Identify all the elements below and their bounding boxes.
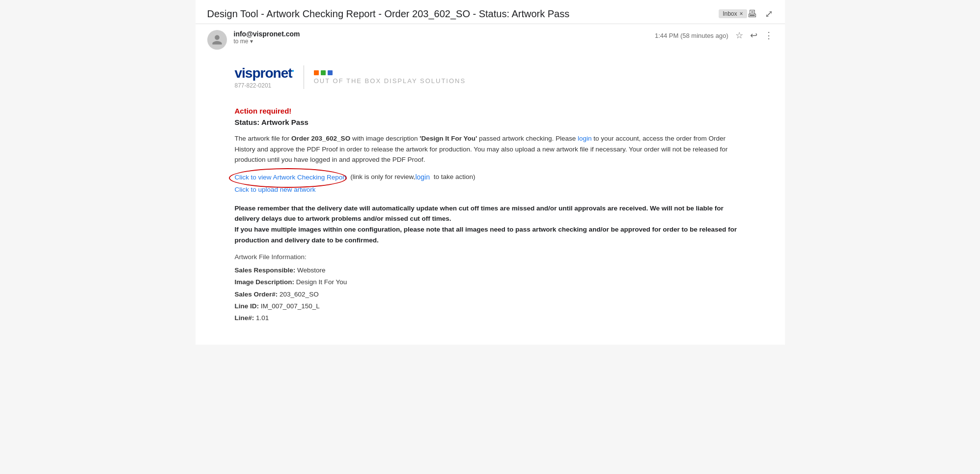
artwork-link-row: Click to view Artwork Checking Report (l… (235, 173, 746, 181)
action-required: Action required! (235, 107, 746, 115)
sender-row: info@vispronet.com to me ▾ 1:44 PM (58 m… (196, 24, 785, 56)
brand-header: vispronet• 877-822-0201 OUT OF THE BOX D… (235, 65, 746, 95)
header-icons: 🖶 ⤢ (747, 8, 773, 20)
email-header: Design Tool - Artwork Checking Report - … (196, 0, 785, 24)
sales-order-row: Sales Order#: 203_602_SO (235, 290, 746, 299)
order-number: Order 203_602_SO (291, 135, 350, 142)
artwork-file-info-label: Artwork File Information: (235, 253, 746, 261)
email-subject: Design Tool - Artwork Checking Report - … (207, 8, 714, 20)
view-artwork-report-link[interactable]: Click to view Artwork Checking Report (235, 174, 347, 181)
brand-name-part1: vispro (235, 65, 273, 81)
brand-dots (314, 70, 333, 75)
dot-orange (314, 70, 319, 75)
line-number-row: Line#: 1.01 (235, 313, 746, 323)
to-label: to me (234, 38, 249, 45)
brand-name: vispronet• (235, 65, 294, 81)
brand-name-part2: net (273, 65, 292, 81)
artwork-info-section: Artwork File Information: Sales Responsi… (235, 253, 746, 323)
body-paragraph: The artwork file for Order 203_602_SO wi… (235, 133, 746, 165)
line-id-row: Line ID: IM_007_007_150_L (235, 301, 746, 311)
line-id-label: Line ID: (235, 302, 259, 310)
link-suffix-2: to take action) (432, 173, 476, 180)
brand-dot-accent: • (292, 67, 294, 74)
sales-responsible-label: Sales Responsible: (235, 267, 296, 274)
notice-text: Please remember that the delivery date w… (235, 203, 746, 245)
sender-email: info@vispronet.com (234, 30, 655, 38)
sender-to[interactable]: to me ▾ (234, 38, 655, 45)
reply-icon[interactable]: ↩ (750, 30, 757, 41)
dot-blue (328, 70, 333, 75)
external-link-icon[interactable]: ⤢ (765, 8, 773, 20)
print-icon[interactable]: 🖶 (747, 8, 757, 20)
upload-artwork-link[interactable]: Click to upload new artwork (235, 186, 746, 193)
image-description-row: Image Description: Design It For You (235, 277, 746, 287)
avatar-icon (211, 34, 223, 46)
image-description-value: Design It For You (296, 278, 347, 286)
star-icon[interactable]: ☆ (735, 30, 743, 41)
dot-green (321, 70, 326, 75)
brand-logo: vispronet• 877-822-0201 (235, 65, 304, 89)
inbox-tag[interactable]: Inbox × (719, 9, 747, 18)
sender-info: info@vispronet.com to me ▾ (234, 30, 655, 45)
avatar (207, 30, 227, 50)
brand-tagline-block: OUT OF THE BOX DISPLAY SOLUTIONS (314, 70, 466, 85)
sales-order-label: Sales Order#: (235, 291, 278, 298)
status-line: Status: Artwork Pass (235, 118, 746, 126)
email-body: vispronet• 877-822-0201 OUT OF THE BOX D… (196, 56, 785, 345)
line-number-label: Line#: (235, 314, 254, 322)
link-suffix: (link is only for review, (349, 173, 416, 180)
timestamp: 1:44 PM (58 minutes ago) (655, 32, 728, 39)
brand-tagline: OUT OF THE BOX DISPLAY SOLUTIONS (314, 77, 466, 85)
image-description-label: Image Description: (235, 278, 295, 286)
sales-order-value: 203_602_SO (280, 291, 319, 298)
line-id-value: IM_007_007_150_L (261, 302, 320, 310)
inbox-label: Inbox (723, 10, 737, 17)
sales-responsible-row: Sales Responsible: Webstore (235, 266, 746, 275)
time-info: 1:44 PM (58 minutes ago) ☆ ↩ ⋮ (655, 30, 773, 41)
more-options-icon[interactable]: ⋮ (764, 30, 773, 41)
login-link-2[interactable]: login (415, 173, 430, 181)
brand-phone: 877-822-0201 (235, 82, 272, 89)
inbox-close-button[interactable]: × (739, 10, 743, 17)
email-container: Design Tool - Artwork Checking Report - … (196, 0, 785, 345)
image-description: 'Design It For You' (420, 135, 477, 142)
sales-responsible-value: Webstore (297, 267, 326, 274)
line-number-value: 1.01 (256, 314, 269, 322)
login-link-1[interactable]: login (578, 135, 592, 142)
dropdown-arrow-icon[interactable]: ▾ (250, 38, 253, 45)
